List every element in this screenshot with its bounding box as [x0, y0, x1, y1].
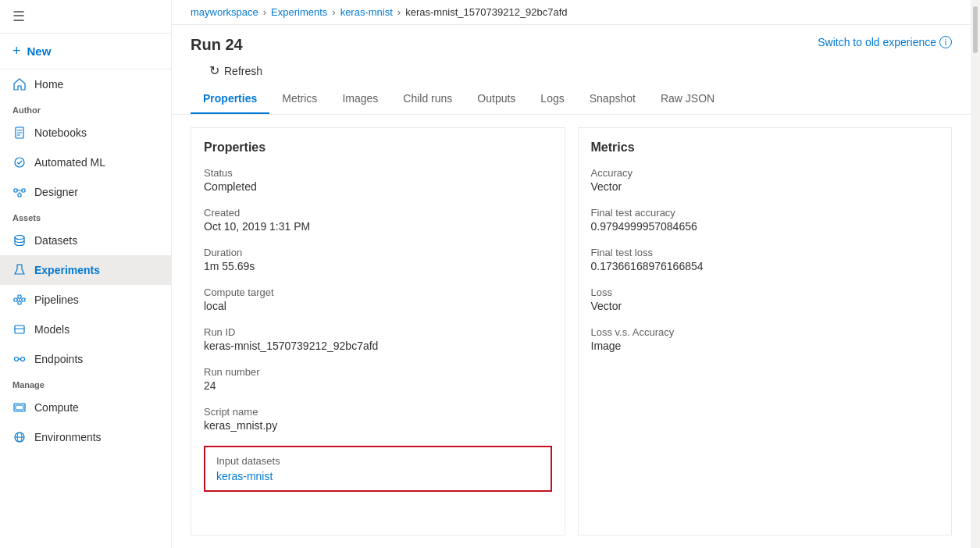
prop-run-number: Run number 24 — [204, 366, 552, 392]
svg-rect-14 — [18, 295, 21, 298]
tab-child-runs[interactable]: Child runs — [390, 84, 465, 114]
tab-images[interactable]: Images — [330, 84, 390, 114]
notebooks-icon — [12, 126, 27, 140]
svg-rect-19 — [15, 326, 24, 333]
sidebar-item-home-label: Home — [34, 78, 63, 91]
svg-point-4 — [15, 158, 24, 167]
sidebar-item-models-label: Models — [34, 323, 69, 336]
prop-duration-label: Duration — [204, 247, 552, 258]
metric-accuracy: Accuracy Vector — [591, 167, 939, 193]
experiments-icon — [12, 263, 27, 277]
new-button[interactable]: + New — [0, 34, 171, 69]
endpoints-icon — [12, 352, 27, 366]
prop-compute-target-value: local — [204, 300, 552, 312]
sidebar-item-home[interactable]: Home — [0, 69, 171, 99]
prop-created-value: Oct 10, 2019 1:31 PM — [204, 220, 552, 233]
prop-script-name-value: keras_mnist.py — [204, 419, 552, 432]
metrics-panel-title: Metrics — [591, 141, 939, 155]
metric-loss-label: Loss — [591, 286, 939, 298]
sidebar-item-datasets[interactable]: Datasets — [0, 226, 171, 255]
models-icon — [12, 322, 27, 336]
home-icon — [12, 77, 27, 91]
author-section-label: Author — [0, 99, 171, 118]
svg-rect-6 — [22, 189, 25, 192]
prop-run-id-value: keras-mnist_1570739212_92bc7afd — [204, 340, 552, 352]
sidebar-item-notebooks[interactable]: Notebooks — [0, 118, 171, 148]
switch-experience-label: Switch to old experience — [818, 36, 936, 48]
environments-icon — [12, 430, 27, 444]
sidebar-item-models[interactable]: Models — [0, 315, 171, 344]
svg-rect-5 — [14, 189, 17, 192]
svg-point-21 — [15, 358, 19, 361]
tab-properties[interactable]: Properties — [191, 84, 269, 114]
breadcrumb-current: keras-mnist_1570739212_92bc7afd — [405, 6, 567, 18]
metric-final-test-loss: Final test loss 0.17366168976166854 — [591, 247, 939, 272]
assets-section-label: Assets — [0, 207, 171, 226]
prop-created: Created Oct 10, 2019 1:31 PM — [204, 207, 552, 233]
svg-rect-25 — [16, 405, 23, 410]
content-area: Properties Status Completed Created Oct … — [172, 115, 971, 548]
tab-raw-json[interactable]: Raw JSON — [648, 84, 727, 114]
switch-experience-link[interactable]: Switch to old experience i — [818, 36, 952, 48]
prop-duration: Duration 1m 55.69s — [204, 247, 552, 272]
sidebar-item-experiments-label: Experiments — [34, 264, 100, 276]
input-datasets-label: Input datasets — [216, 455, 540, 467]
breadcrumb-mayworkspace[interactable]: mayworkspace — [191, 6, 258, 18]
sidebar-item-endpoints[interactable]: Endpoints — [0, 344, 171, 374]
manage-section-label: Manage — [0, 374, 171, 393]
breadcrumb-sep-2: › — [332, 6, 335, 18]
prop-status-value: Completed — [204, 180, 552, 193]
page-header: Run 24 Switch to old experience i — [172, 25, 971, 54]
sidebar-item-datasets-label: Datasets — [34, 234, 77, 247]
input-datasets-link[interactable]: keras-mnist — [216, 470, 273, 482]
prop-run-id: Run ID keras-mnist_1570739212_92bc7afd — [204, 326, 552, 352]
page-title: Run 24 — [191, 36, 243, 54]
tab-logs[interactable]: Logs — [528, 84, 576, 114]
sidebar-toggle[interactable]: ☰ — [0, 0, 171, 34]
sidebar-item-designer[interactable]: Designer — [0, 177, 171, 207]
prop-compute-target-label: Compute target — [204, 286, 552, 298]
metric-final-test-loss-label: Final test loss — [591, 247, 939, 258]
breadcrumb-experiments[interactable]: Experiments — [271, 6, 327, 18]
sidebar-item-automated-ml[interactable]: Automated ML — [0, 148, 171, 177]
metric-loss-value: Vector — [591, 300, 939, 312]
compute-icon — [12, 400, 27, 415]
metric-accuracy-label: Accuracy — [591, 167, 939, 179]
plus-icon: + — [12, 43, 21, 59]
metric-loss-vs-accuracy-label: Loss v.s. Accuracy — [591, 326, 939, 338]
sidebar-item-experiments[interactable]: Experiments — [0, 255, 171, 285]
sidebar-item-environments[interactable]: Environments — [0, 422, 171, 452]
properties-panel-title: Properties — [204, 141, 552, 155]
right-scrollbar[interactable] — [971, 0, 980, 548]
prop-run-number-value: 24 — [204, 379, 552, 392]
datasets-icon — [12, 233, 27, 247]
refresh-button[interactable]: ↻ Refresh — [191, 59, 281, 83]
refresh-label: Refresh — [224, 65, 262, 77]
sidebar: ☰ + New Home Author Notebooks Automated … — [0, 0, 172, 548]
metric-loss: Loss Vector — [591, 286, 939, 312]
metric-accuracy-value: Vector — [591, 180, 939, 193]
breadcrumb-sep-3: › — [397, 6, 401, 18]
sidebar-item-notebooks-label: Notebooks — [34, 126, 87, 139]
metric-final-test-accuracy-value: 0.9794999957084656 — [591, 220, 939, 233]
info-icon: i — [939, 36, 952, 48]
tab-outputs[interactable]: Outputs — [465, 84, 528, 114]
breadcrumb-keras-mnist[interactable]: keras-mnist — [340, 6, 393, 18]
metric-final-test-accuracy-label: Final test accuracy — [591, 207, 939, 219]
prop-run-number-label: Run number — [204, 366, 552, 378]
prop-script-name: Script name keras_mnist.py — [204, 406, 552, 432]
svg-rect-13 — [22, 298, 25, 301]
sidebar-item-pipelines[interactable]: Pipelines — [0, 285, 171, 315]
breadcrumb: mayworkspace › Experiments › keras-mnist… — [172, 0, 971, 25]
sidebar-item-designer-label: Designer — [34, 186, 78, 198]
sidebar-item-compute[interactable]: Compute — [0, 393, 171, 422]
sidebar-item-endpoints-label: Endpoints — [34, 353, 83, 365]
tab-metrics[interactable]: Metrics — [269, 84, 330, 114]
sidebar-item-automated-ml-label: Automated ML — [34, 156, 105, 169]
metrics-panel: Metrics Accuracy Vector Final test accur… — [578, 127, 953, 536]
prop-compute-target: Compute target local — [204, 286, 552, 312]
tab-snapshot[interactable]: Snapshot — [577, 84, 648, 114]
automated-ml-icon — [12, 155, 27, 169]
refresh-icon: ↻ — [209, 63, 219, 78]
properties-panel: Properties Status Completed Created Oct … — [191, 127, 565, 536]
